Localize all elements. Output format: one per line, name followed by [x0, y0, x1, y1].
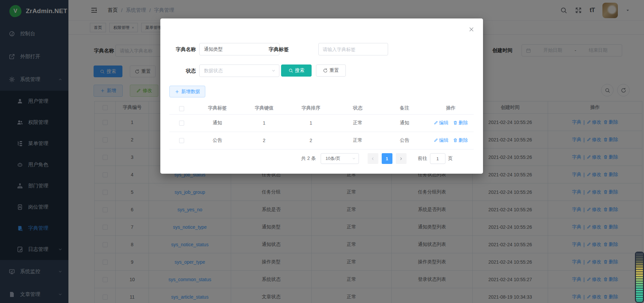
column-header: 状态: [334, 102, 381, 114]
row-edit-link-label: 编辑: [439, 120, 448, 126]
dict-label-cell: 通知: [194, 114, 241, 132]
refresh-icon: [323, 68, 328, 73]
row-checkbox[interactable]: [179, 121, 184, 126]
pencil-icon: [434, 121, 438, 125]
row-edit-link-label: 编辑: [439, 137, 448, 143]
column-header: 字典键值: [241, 102, 287, 114]
row-delete-link[interactable]: 删除: [453, 137, 468, 143]
status-cell: 正常: [334, 132, 381, 149]
dict-value-cell: 1: [241, 114, 287, 132]
modal-search-button-label: 搜索: [295, 68, 305, 74]
chevron-left-icon: [371, 157, 375, 161]
row-delete-link-label: 删除: [459, 137, 468, 143]
modal-dict-label-label: 字典标签: [262, 43, 289, 55]
modal-table-row: 公告22正常公告编辑删除: [169, 132, 474, 149]
page-size-value: 10条/页: [326, 156, 352, 162]
chevron-down-icon: [352, 157, 356, 161]
trash-icon: [453, 138, 458, 142]
column-header: 操作: [428, 102, 474, 114]
remark-cell: 通知: [381, 114, 428, 132]
dict-label-cell: 公告: [194, 132, 241, 149]
goto-page-input[interactable]: [430, 153, 445, 164]
row-checkbox[interactable]: [179, 138, 184, 143]
next-page-button[interactable]: [396, 153, 407, 164]
dict-sort-cell: 2: [287, 132, 334, 149]
column-header: 备注: [381, 102, 428, 114]
modal-dict-data-table: 字典标签字典键值字典排序状态备注操作 通知11正常通知编辑删除公告22正常公告编…: [169, 102, 474, 149]
page-unit-label: 页: [448, 156, 453, 162]
scrollbar-minimap[interactable]: [636, 253, 643, 302]
checkbox-cell: [169, 114, 194, 132]
row-delete-link[interactable]: 删除: [453, 120, 468, 126]
row-edit-link[interactable]: 编辑: [434, 120, 448, 126]
dict-value-cell: 2: [241, 132, 287, 149]
modal-status-label: 状态: [169, 64, 196, 77]
header-checkbox-cell: [169, 102, 194, 114]
chevron-right-icon: [399, 157, 403, 161]
row-edit-link[interactable]: 编辑: [434, 137, 448, 143]
modal-reset-button-label: 重置: [330, 68, 339, 74]
modal-add-data-button-label: 新增数据: [181, 89, 200, 95]
modal-pagination: 共 2 条 10条/页 1 前往 页: [301, 153, 453, 164]
page-size-select[interactable]: 10条/页: [321, 153, 359, 164]
modal-table-header-row: 字典标签字典键值字典排序状态备注操作: [169, 102, 474, 114]
pencil-icon: [434, 138, 438, 142]
modal-dict-label-input[interactable]: [318, 43, 388, 55]
pagination-total: 共 2 条: [301, 156, 316, 162]
trash-icon: [453, 121, 458, 125]
plus-icon: [175, 89, 179, 94]
modal-dict-name-value: 通知类型: [204, 46, 271, 52]
modal-status-placeholder: 数据状态: [204, 68, 271, 74]
column-header: 字典标签: [194, 102, 241, 114]
modal-add-data-button[interactable]: 新增数据: [169, 86, 205, 97]
row-checkbox[interactable]: [179, 106, 184, 111]
prev-page-button[interactable]: [368, 153, 378, 164]
modal-search-button[interactable]: 搜索: [281, 64, 312, 77]
search-icon: [288, 68, 293, 73]
modal-dict-name-label: 字典名称: [169, 43, 196, 55]
row-actions: 编辑删除: [434, 137, 468, 143]
modal-table-row: 通知11正常通知编辑删除: [169, 114, 474, 132]
row-delete-link-label: 删除: [459, 120, 468, 126]
status-cell: 正常: [334, 114, 381, 132]
modal-reset-button[interactable]: 重置: [316, 64, 346, 77]
remark-cell: 公告: [381, 132, 428, 149]
screen: V ZrAdmin.NET 控制台外部打开系统管理用户管理权限管理菜单管理用户角…: [0, 0, 644, 303]
page-number-button[interactable]: 1: [382, 153, 392, 164]
column-header: 字典排序: [287, 102, 334, 114]
checkbox-cell: [169, 132, 194, 149]
goto-label: 前往: [418, 156, 427, 162]
dict-sort-cell: 1: [287, 114, 334, 132]
actions-cell: 编辑删除: [428, 114, 474, 132]
modal-status-select[interactable]: 数据状态: [199, 64, 279, 77]
row-actions: 编辑删除: [434, 120, 468, 126]
dict-data-dialog: 字典名称 通知类型 字典标签 状态 数据状态 搜索 重置 新增数据: [160, 18, 483, 174]
actions-cell: 编辑删除: [428, 132, 474, 149]
close-icon[interactable]: [469, 27, 474, 32]
chevron-down-icon: [271, 69, 276, 73]
